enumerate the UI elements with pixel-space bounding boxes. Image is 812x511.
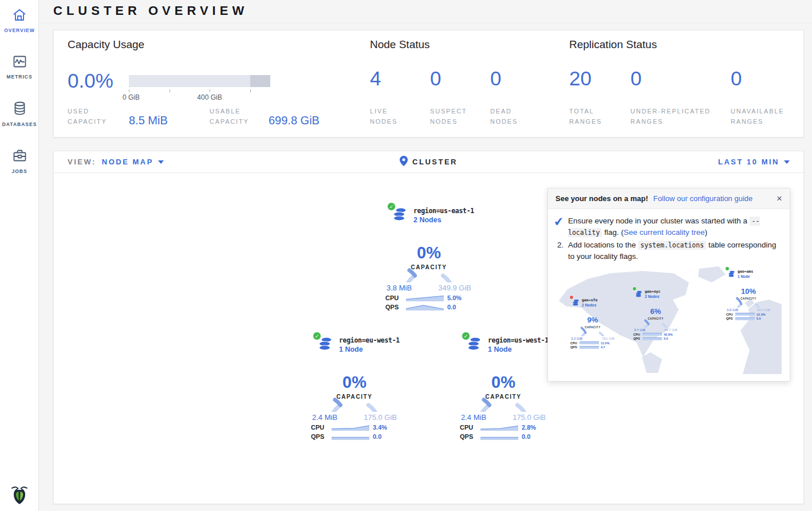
total-value: 175.0 GiB [364, 413, 397, 422]
qps-sparkline [406, 304, 444, 310]
capacity-bar [129, 75, 270, 87]
capacity-percent: 0% [319, 373, 390, 392]
locality-tree-link[interactable]: See current locality tree [624, 228, 705, 237]
usable-capacity-value: 699.8 GiB [269, 114, 320, 127]
setup-step-1: ✔ Ensure every node in your cluster was … [557, 215, 781, 238]
replication-status-title: Replication Status [569, 38, 657, 51]
cpu-value: 2.8% [522, 424, 536, 431]
healthy-check-icon: ✓ [313, 332, 321, 340]
capacity-gauge: 0% CAPACITY [393, 229, 464, 282]
live-nodes-label: LIVE NODES [370, 106, 410, 127]
nodes-count-link[interactable]: 2 Nodes [413, 216, 474, 224]
qps-sparkline [735, 317, 755, 320]
cpu-sparkline [406, 294, 444, 301]
capacity-percent: 0.0% [68, 69, 113, 92]
qps-label: QPS [460, 433, 477, 440]
map-pin-icon [400, 156, 408, 168]
sidebar-item-metrics[interactable]: METRICS [0, 47, 39, 80]
caret-down-icon [784, 160, 790, 164]
axis-tick [250, 89, 251, 92]
live-nodes-value: 4 [370, 67, 381, 90]
capacity-gauge: 0% CAPACITY [319, 358, 390, 412]
qps-label: QPS [385, 304, 403, 310]
unavailable-label: UNAVAILABLE RANGES [731, 106, 794, 127]
locality-label: geo=ams [738, 269, 753, 274]
mini-node-card-nyc: geo=nyc 2 Nodes 6% CAPACITY 3.7 GiB65.7 … [629, 289, 682, 340]
setup-step-2: 2. Add locations to the system.locations… [557, 239, 781, 262]
under-replicated-label: UNDER-REPLICATED RANGES [630, 106, 722, 127]
qps-sparkline [580, 346, 599, 349]
sidebar-item-jobs[interactable]: JOBS [0, 141, 39, 174]
cpu-sparkline [332, 424, 369, 431]
capacity-caption: CAPACITY [575, 326, 610, 329]
capacity-caption: CAPACITY [638, 317, 673, 320]
healthy-check-icon: ✓ [387, 202, 396, 211]
capacity-bar-segment [250, 75, 270, 87]
capacity-percent: 9% [575, 316, 610, 324]
node-map-canvas[interactable]: ✓ region=us-east-1 2 Nodes [54, 174, 803, 504]
view-label: VIEW: [68, 158, 96, 166]
capacity-caption: CAPACITY [319, 394, 390, 400]
healthy-check-icon: ✓ [462, 332, 470, 340]
breadcrumb-cluster: CLUSTER [412, 158, 458, 166]
capacity-gauge: 0% CAPACITY [468, 358, 539, 412]
capacity-usage-title: Capacity Usage [68, 38, 144, 51]
main-content: CLUSTER OVERVIEW Capacity Usage 0.0% 0 G… [39, 0, 812, 511]
nodes-count-link[interactable]: 1 Node [339, 345, 400, 353]
time-range-dropdown[interactable]: LAST 10 MIN [718, 158, 790, 166]
metrics-icon [13, 55, 27, 70]
cpu-label: CPU [311, 424, 328, 431]
sidebar-item-label: JOBS [11, 168, 27, 174]
capacity-caption: CAPACITY [468, 394, 539, 400]
mini-node-card-ams: geo=ams 1 Node 10% CAPACITY 3.6 GiB34.4 … [722, 269, 775, 320]
qps-value: 0.0 [447, 304, 456, 310]
node-locality-card-us-west-1[interactable]: ✓ region=us-west-1 1 Node [455, 336, 552, 440]
page-title: CLUSTER OVERVIEW [53, 3, 248, 18]
nodes-count: 2 Nodes [645, 294, 660, 298]
sidebar-item-label: OVERVIEW [4, 27, 35, 33]
total-value: 349.9 GiB [438, 284, 471, 292]
map-toolbar: VIEW: NODE MAP CLUSTER LAST 10 MIN [54, 151, 803, 173]
node-locality-card-us-east-1[interactable]: ✓ region=us-east-1 2 Nodes [380, 207, 478, 310]
qps-sparkline [480, 433, 518, 440]
cpu-label: CPU [385, 294, 403, 301]
nodes-count: 1 Node [738, 274, 753, 278]
used-capacity-value: 8.5 MiB [129, 114, 168, 127]
popup-title: See your nodes on a map! [555, 194, 648, 203]
cluster-summary-panel: Capacity Usage 0.0% 0 GiB 400 GiB USED C… [53, 30, 804, 137]
suspect-nodes-label: SUSPECT NODES [430, 106, 476, 127]
locality-label: geo=sfo [582, 298, 597, 302]
qps-sparkline [642, 337, 662, 340]
view-selector-dropdown[interactable]: NODE MAP [102, 158, 164, 166]
tick-label: 400 GiB [197, 93, 222, 101]
sidebar-item-label: METRICS [6, 74, 32, 80]
suspect-nodes-value: 0 [430, 67, 441, 90]
node-status-title: Node Status [370, 38, 430, 51]
qps-value: 0.0 [522, 433, 530, 440]
node-locality-card-eu-west-1[interactable]: ✓ region=eu-west-1 1 Node [306, 336, 403, 440]
sidebar-item-databases[interactable]: DATABASES [0, 93, 39, 127]
total-value: 175.0 GiB [513, 413, 546, 422]
unavailable-value: 0 [731, 67, 742, 90]
jobs-icon [13, 149, 27, 165]
capacity-percent: 6% [638, 307, 673, 316]
nodes-count-link[interactable]: 1 Node [488, 345, 549, 353]
nodes-stack-icon [572, 299, 580, 306]
close-icon[interactable]: × [776, 194, 782, 203]
capacity-percent: 10% [731, 287, 766, 296]
axis-tick [170, 89, 170, 92]
sidebar-item-overview[interactable]: OVERVIEW [0, 0, 39, 33]
cpu-sparkline [735, 313, 755, 316]
nodes-stack-icon [635, 290, 642, 297]
configuration-guide-link[interactable]: Follow our configuration guide [653, 194, 752, 203]
sidebar-item-label: DATABASES [2, 121, 37, 127]
tick-label: 0 GiB [123, 93, 140, 101]
databases-icon [13, 101, 26, 118]
home-icon [12, 8, 27, 24]
nodes-stack-icon [728, 270, 735, 277]
cpu-sparkline [580, 341, 599, 344]
total-ranges-value: 20 [569, 67, 592, 90]
blue-check-icon: ✔ [553, 213, 565, 231]
dead-nodes-value: 0 [490, 67, 501, 90]
used-value: 2.4 MiB [312, 413, 337, 422]
